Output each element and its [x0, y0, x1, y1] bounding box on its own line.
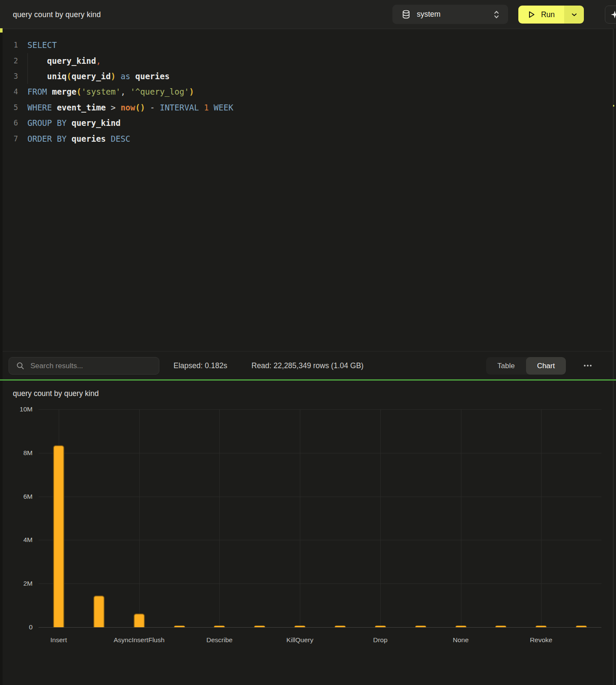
grid-line-y [39, 584, 601, 584]
bar[interactable] [455, 625, 466, 627]
code-text: SELECT [27, 40, 57, 50]
view-toggle: Table Chart [486, 357, 566, 375]
code-text: ORDER BY queries DESC [27, 134, 130, 143]
line-number: 7 [3, 134, 18, 143]
code-line[interactable]: 2 query_kind, [3, 53, 613, 68]
grid-line-y [39, 409, 601, 410]
database-icon [402, 10, 410, 19]
bar[interactable] [134, 614, 145, 627]
grid-line-x [461, 409, 461, 627]
bar[interactable] [576, 625, 587, 627]
chart-title: query count by query kind [13, 389, 99, 398]
code-text: uniq(query_id) as queries [27, 71, 170, 81]
grid-line-x [541, 409, 541, 627]
chevron-down-icon [571, 13, 577, 17]
more-options-button[interactable] [580, 357, 595, 375]
bar[interactable] [294, 625, 305, 627]
sparkle-icon [610, 10, 616, 19]
run-button[interactable]: Run [518, 6, 584, 24]
grid-line-y [39, 497, 601, 497]
search-results-box[interactable] [9, 357, 159, 375]
code-line[interactable]: 7ORDER BY queries DESC [3, 131, 613, 146]
line-number: 3 [3, 72, 18, 80]
sql-editor[interactable]: 1SELECT2 query_kind,3 uniq(query_id) as … [3, 29, 613, 351]
right-border [613, 29, 613, 685]
database-selector[interactable]: system [392, 5, 508, 24]
code-line[interactable]: 6GROUP BY query_kind [3, 115, 613, 131]
grid-line-y [39, 453, 601, 453]
code-line[interactable]: 1SELECT [3, 37, 613, 53]
run-button-label: Run [541, 10, 555, 19]
grid-line-y [39, 540, 601, 540]
code-text: GROUP BY query_kind [27, 118, 120, 128]
grid-line-x [139, 409, 140, 627]
bar[interactable] [53, 445, 64, 627]
line-number: 2 [3, 57, 18, 65]
y-tick-label: 8M [23, 449, 33, 457]
elapsed-stat: Elapsed: 0.182s [173, 361, 227, 370]
y-tick-label: 10M [20, 405, 33, 413]
code-line[interactable]: 3 uniq(query_id) as queries [3, 68, 613, 84]
code-line[interactable]: 4FROM merge('system', '^query_log') [3, 84, 613, 99]
code-text: WHERE event_time > now() - INTERVAL 1 WE… [27, 103, 233, 112]
bar-chart-plot: InsertAsyncInsertFlushDescribeKillQueryD… [39, 409, 601, 627]
bar[interactable] [254, 625, 265, 627]
grid-line-x [219, 409, 220, 627]
tab-chart[interactable]: Chart [526, 357, 566, 375]
top-bar: query count by query kind system Run [0, 0, 616, 29]
bar[interactable] [335, 625, 346, 627]
bar[interactable] [375, 625, 386, 627]
search-icon [16, 362, 24, 370]
y-tick-label: 4M [23, 536, 33, 544]
run-options-button[interactable] [564, 6, 584, 24]
database-name: system [417, 10, 440, 19]
read-stat: Read: 22,285,349 rows (1.04 GB) [251, 361, 364, 370]
bar[interactable] [535, 625, 547, 627]
y-tick-label: 0 [29, 623, 33, 631]
grid-line-x [380, 409, 381, 627]
code-text: query_kind, [27, 56, 101, 66]
line-number: 5 [3, 103, 18, 112]
assist-button[interactable] [605, 6, 616, 24]
bar[interactable] [415, 625, 426, 627]
line-number: 4 [3, 87, 18, 96]
bar[interactable] [495, 625, 506, 627]
more-icon [584, 365, 586, 366]
run-button-main[interactable]: Run [518, 6, 564, 24]
grid-line-y [39, 627, 601, 628]
y-tick-label: 6M [23, 493, 33, 500]
chart-panel: query count by query kind 02M4M6M8M10M I… [3, 381, 613, 685]
bar[interactable] [93, 596, 105, 627]
indent-guide [27, 53, 28, 84]
play-icon [528, 10, 535, 19]
x-tick-label: Revoke [494, 636, 588, 644]
search-results-input[interactable] [30, 361, 152, 371]
updown-chevrons-icon [493, 10, 500, 19]
y-tick-label: 2M [23, 580, 33, 587]
results-toolbar: Elapsed: 0.182s Read: 22,285,349 rows (1… [3, 351, 613, 379]
line-number: 1 [3, 41, 18, 49]
code-line[interactable]: 5WHERE event_time > now() - INTERVAL 1 W… [3, 100, 613, 115]
line-number: 6 [3, 119, 18, 127]
bar[interactable] [214, 625, 225, 627]
bar[interactable] [174, 625, 185, 627]
tab-table[interactable]: Table [486, 357, 526, 375]
code-lines: 1SELECT2 query_kind,3 uniq(query_id) as … [3, 37, 613, 146]
y-axis-labels: 02M4M6M8M10M [3, 409, 33, 627]
code-text: FROM merge('system', '^query_log') [27, 87, 194, 96]
query-title: query count by query kind [13, 10, 101, 19]
grid-line-x [300, 409, 300, 627]
